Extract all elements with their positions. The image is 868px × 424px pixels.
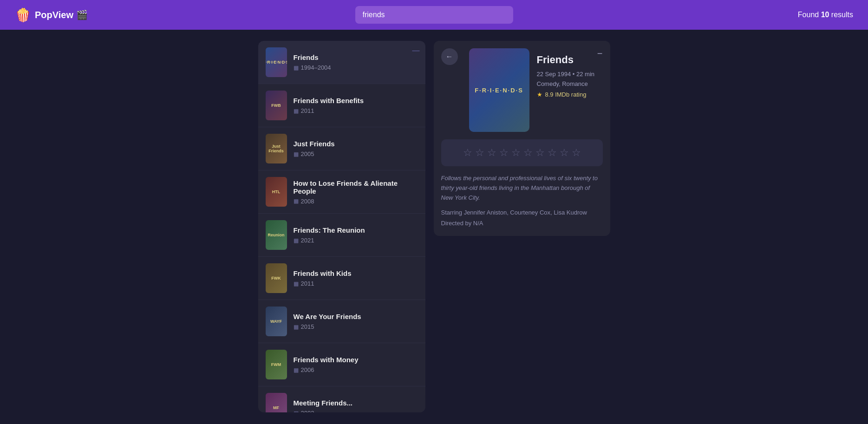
user-star-10[interactable]: ☆ xyxy=(572,147,581,159)
user-star-9[interactable]: ☆ xyxy=(560,147,569,159)
logo-area: 🍿 PopView 🎬 xyxy=(15,7,89,23)
detail-title: Friends xyxy=(537,54,603,66)
back-button[interactable]: ← xyxy=(441,48,458,65)
result-year: ▦ 1994–2004 xyxy=(294,64,418,71)
result-info: Friends with Money ▦ 2006 xyxy=(294,356,418,373)
user-star-2[interactable]: ☆ xyxy=(475,147,484,159)
result-poster: MF xyxy=(266,393,287,412)
list-item[interactable]: Reunion Friends: The Reunion ▦ 2021 xyxy=(258,214,425,257)
result-year: ▦ 2006 xyxy=(294,366,418,373)
result-title: How to Lose Friends & Alienate People xyxy=(294,179,418,195)
detail-starring: Starring Jennifer Aniston, Courteney Cox… xyxy=(441,209,603,216)
user-star-4[interactable]: ☆ xyxy=(499,147,509,159)
result-title: Friends with Benefits xyxy=(294,97,418,104)
year-value: 2011 xyxy=(301,107,314,114)
list-item[interactable]: FWB Friends with Benefits ▦ 2011 xyxy=(258,84,425,127)
main-content: F·R·I·E·N·D·S Friends ▦ 1994–2004 — FWB … xyxy=(0,30,868,424)
results-list: F·R·I·E·N·D·S Friends ▦ 1994–2004 — FWB … xyxy=(258,41,425,412)
calendar-icon: ▦ xyxy=(294,237,299,244)
detail-poster-inner: F·R·I·E·N·D·S xyxy=(469,48,529,132)
result-title: Friends with Money xyxy=(294,356,418,364)
year-value: 2005 xyxy=(301,150,314,157)
results-count: Found 10 results xyxy=(798,11,853,19)
result-poster: F·R·I·E·N·D·S xyxy=(266,47,287,77)
calendar-icon: ▦ xyxy=(294,410,299,413)
calendar-icon: ▦ xyxy=(294,198,299,204)
detail-panel: ← F·R·I·E·N·D·S Friends 22 Sep 1994 • 22… xyxy=(434,41,610,236)
detail-director: Directed by N/A xyxy=(441,220,603,227)
result-info: Friends: The Reunion ▦ 2021 xyxy=(294,226,418,244)
calendar-icon: ▦ xyxy=(294,108,299,114)
result-year: ▦ 2008 xyxy=(294,198,418,205)
imdb-star-icon: ★ xyxy=(537,91,542,98)
detail-genres: Comedy, Romance xyxy=(537,80,603,87)
detail-poster: F·R·I·E·N·D·S xyxy=(469,48,529,132)
result-info: Meeting Friends... ▦ 2003 xyxy=(294,399,418,412)
year-value: 2021 xyxy=(301,237,314,244)
result-info: How to Lose Friends & Alienate People ▦ … xyxy=(294,179,418,205)
logo-text: PopView 🎬 xyxy=(35,9,88,20)
search-wrapper xyxy=(355,6,513,24)
result-info: Just Friends ▦ 2005 xyxy=(294,140,418,157)
result-title: We Are Your Friends xyxy=(294,313,418,320)
list-item[interactable]: MF Meeting Friends... ▦ 2003 xyxy=(258,386,425,412)
detail-header: ← F·R·I·E·N·D·S Friends 22 Sep 1994 • 22… xyxy=(434,41,610,139)
result-title: Friends xyxy=(294,53,418,61)
year-value: 2015 xyxy=(301,323,314,330)
app-header: 🍿 PopView 🎬 Found 10 results xyxy=(0,0,868,30)
year-value: 2011 xyxy=(301,280,314,287)
user-star-3[interactable]: ☆ xyxy=(487,147,496,159)
detail-description: Follows the personal and professional li… xyxy=(441,174,603,202)
user-star-8[interactable]: ☆ xyxy=(548,147,557,159)
imdb-score: 8.9 IMDb rating xyxy=(545,91,587,98)
result-info: Friends with Benefits ▦ 2011 xyxy=(294,97,418,114)
detail-meta: Friends 22 Sep 1994 • 22 min Comedy, Rom… xyxy=(537,48,603,132)
year-value: 2008 xyxy=(301,198,314,205)
result-year: ▦ 2003 xyxy=(294,410,418,412)
list-item[interactable]: F·R·I·E·N·D·S Friends ▦ 1994–2004 — xyxy=(258,41,425,84)
year-value: 2003 xyxy=(301,410,314,412)
list-item[interactable]: FWM Friends with Money ▦ 2006 xyxy=(258,343,425,386)
result-title: Just Friends xyxy=(294,140,418,148)
result-poster: FWB xyxy=(266,91,287,120)
rating-section: ☆ ☆ ☆ ☆ ☆ ☆ ☆ ☆ ☆ ☆ xyxy=(441,139,603,166)
result-year: ▦ 2011 xyxy=(294,107,418,114)
calendar-icon: ▦ xyxy=(294,151,299,157)
result-poster: Just Friends xyxy=(266,134,287,163)
result-poster: WAYF xyxy=(266,307,287,336)
detail-body: Follows the personal and professional li… xyxy=(434,174,610,236)
search-input[interactable] xyxy=(355,6,513,24)
result-year: ▦ 2021 xyxy=(294,237,418,244)
result-title: Friends: The Reunion xyxy=(294,226,418,234)
result-info: Friends with Kids ▦ 2011 xyxy=(294,269,418,287)
calendar-icon: ▦ xyxy=(294,65,299,71)
detail-rating: ★ 8.9 IMDb rating xyxy=(537,91,603,98)
result-info: We Are Your Friends ▦ 2015 xyxy=(294,313,418,330)
logo-icon: 🍿 xyxy=(15,7,31,23)
list-item[interactable]: WAYF We Are Your Friends ▦ 2015 xyxy=(258,300,425,343)
result-poster: Reunion xyxy=(266,220,287,250)
calendar-icon: ▦ xyxy=(294,280,299,287)
user-star-7[interactable]: ☆ xyxy=(535,147,545,159)
calendar-icon: ▦ xyxy=(294,324,299,330)
result-year: ▦ 2015 xyxy=(294,323,418,330)
list-item[interactable]: FWK Friends with Kids ▦ 2011 xyxy=(258,257,425,300)
detail-close-button[interactable]: − xyxy=(597,48,603,59)
year-value: 1994–2004 xyxy=(301,64,331,71)
result-title: Friends with Kids xyxy=(294,269,418,277)
user-star-5[interactable]: ☆ xyxy=(511,147,521,159)
result-info: Friends ▦ 1994–2004 xyxy=(294,53,418,71)
user-star-6[interactable]: ☆ xyxy=(523,147,533,159)
list-item[interactable]: HTL How to Lose Friends & Alienate Peopl… xyxy=(258,170,425,214)
list-item[interactable]: Just Friends Just Friends ▦ 2005 xyxy=(258,127,425,170)
result-poster: FWK xyxy=(266,263,287,293)
year-value: 2006 xyxy=(301,366,314,373)
result-year: ▦ 2011 xyxy=(294,280,418,287)
collapse-button[interactable]: — xyxy=(412,46,420,55)
user-star-1[interactable]: ☆ xyxy=(463,147,472,159)
detail-date: 22 Sep 1994 • 22 min xyxy=(537,71,603,78)
result-poster: HTL xyxy=(266,177,287,207)
result-year: ▦ 2005 xyxy=(294,150,418,157)
result-title: Meeting Friends... xyxy=(294,399,418,407)
result-poster: FWM xyxy=(266,350,287,379)
